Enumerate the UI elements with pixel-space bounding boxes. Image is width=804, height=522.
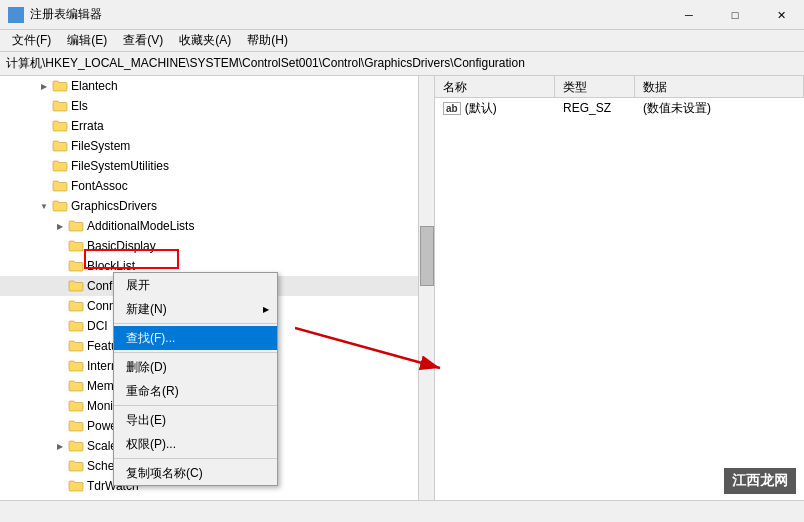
folder-icon bbox=[52, 179, 68, 193]
folder-icon bbox=[68, 299, 84, 313]
menu-bar: 文件(F)编辑(E)查看(V)收藏夹(A)帮助(H) bbox=[0, 30, 804, 52]
tree-expander bbox=[36, 178, 52, 194]
cell-type: REG_SZ bbox=[559, 101, 639, 115]
context-menu-item[interactable]: 复制项名称(C) bbox=[114, 461, 277, 485]
col-header-data: 数据 bbox=[635, 76, 804, 97]
folder-icon bbox=[52, 79, 68, 93]
tree-expander bbox=[52, 418, 68, 434]
tree-item[interactable]: Els bbox=[0, 96, 434, 116]
folder-icon bbox=[68, 459, 84, 473]
context-menu-item[interactable]: 重命名(R) bbox=[114, 379, 277, 403]
menu-item[interactable]: 帮助(H) bbox=[239, 30, 296, 51]
menu-item[interactable]: 编辑(E) bbox=[59, 30, 115, 51]
context-menu-item[interactable]: 导出(E) bbox=[114, 408, 277, 432]
context-menu-item[interactable]: 展开 bbox=[114, 273, 277, 297]
minimize-button[interactable]: ─ bbox=[666, 0, 712, 30]
app-title: 注册表编辑器 bbox=[30, 6, 102, 23]
tree-item[interactable]: ▼ GraphicsDrivers bbox=[0, 196, 434, 216]
folder-icon bbox=[68, 339, 84, 353]
tree-expander bbox=[36, 118, 52, 134]
right-panel: 名称 类型 数据 ab(默认)REG_SZ(数值未设置) bbox=[435, 76, 804, 500]
tree-item[interactable]: FileSystemUtilities bbox=[0, 156, 434, 176]
tree-expander: ▶ bbox=[52, 438, 68, 454]
tree-expander bbox=[52, 358, 68, 374]
context-menu-item[interactable]: 查找(F)... bbox=[114, 326, 277, 350]
tree-item-label: FileSystem bbox=[71, 139, 130, 153]
svg-rect-1 bbox=[17, 9, 22, 14]
folder-icon bbox=[52, 99, 68, 113]
context-menu-separator bbox=[114, 458, 277, 459]
title-bar: 注册表编辑器 ─ □ ✕ bbox=[0, 0, 804, 30]
folder-icon bbox=[68, 219, 84, 233]
tree-item-label: GraphicsDrivers bbox=[71, 199, 157, 213]
svg-rect-3 bbox=[17, 16, 22, 21]
tree-expander: ▶ bbox=[36, 78, 52, 94]
tree-scrollbar[interactable] bbox=[418, 76, 434, 500]
col-header-name: 名称 bbox=[435, 76, 555, 97]
context-menu-separator bbox=[114, 352, 277, 353]
context-menu-item[interactable]: 删除(D) bbox=[114, 355, 277, 379]
folder-icon bbox=[68, 479, 84, 493]
menu-item[interactable]: 查看(V) bbox=[115, 30, 171, 51]
tree-expander bbox=[52, 318, 68, 334]
tree-item[interactable]: ▶ AdditionalModeLists bbox=[0, 216, 434, 236]
tree-item-label: BlockList bbox=[87, 259, 135, 273]
table-row[interactable]: ab(默认)REG_SZ(数值未设置) bbox=[435, 98, 804, 118]
folder-icon bbox=[68, 399, 84, 413]
svg-rect-2 bbox=[10, 16, 15, 21]
tree-item[interactable]: BasicDisplay bbox=[0, 236, 434, 256]
status-bar bbox=[0, 500, 804, 522]
folder-icon bbox=[68, 279, 84, 293]
folder-icon bbox=[68, 439, 84, 453]
window-controls: ─ □ ✕ bbox=[666, 0, 804, 30]
tree-item[interactable]: Errata bbox=[0, 116, 434, 136]
folder-icon bbox=[68, 319, 84, 333]
folder-icon bbox=[68, 379, 84, 393]
folder-icon bbox=[68, 359, 84, 373]
folder-icon bbox=[52, 199, 68, 213]
app-icon bbox=[8, 7, 24, 23]
cell-data: (数值未设置) bbox=[639, 100, 800, 117]
tree-expander bbox=[52, 278, 68, 294]
tree-expander bbox=[36, 98, 52, 114]
context-menu-separator bbox=[114, 323, 277, 324]
tree-expander bbox=[52, 298, 68, 314]
context-menu: 展开新建(N)查找(F)...删除(D)重命名(R)导出(E)权限(P)...复… bbox=[113, 272, 278, 486]
tree-expander bbox=[52, 478, 68, 494]
cell-name: ab(默认) bbox=[439, 100, 559, 117]
tree-item-label: BasicDisplay bbox=[87, 239, 156, 253]
address-path: 计算机\HKEY_LOCAL_MACHINE\SYSTEM\ControlSet… bbox=[6, 55, 525, 72]
context-menu-separator bbox=[114, 405, 277, 406]
context-menu-item[interactable]: 权限(P)... bbox=[114, 432, 277, 456]
tree-item[interactable]: ▶ Elantech bbox=[0, 76, 434, 96]
tree-expander bbox=[36, 158, 52, 174]
right-panel-header: 名称 类型 数据 bbox=[435, 76, 804, 98]
watermark: 江西龙网 bbox=[724, 468, 796, 494]
folder-icon bbox=[52, 159, 68, 173]
maximize-button[interactable]: □ bbox=[712, 0, 758, 30]
folder-icon bbox=[68, 419, 84, 433]
tree-expander bbox=[52, 458, 68, 474]
menu-item[interactable]: 文件(F) bbox=[4, 30, 59, 51]
tree-item-label: Errata bbox=[71, 119, 104, 133]
menu-item[interactable]: 收藏夹(A) bbox=[171, 30, 239, 51]
folder-icon bbox=[52, 139, 68, 153]
tree-item-label: DCI bbox=[87, 319, 108, 333]
tree-item[interactable]: FontAssoc bbox=[0, 176, 434, 196]
tree-item-label: FileSystemUtilities bbox=[71, 159, 169, 173]
tree-item[interactable]: FileSystem bbox=[0, 136, 434, 156]
tree-expander bbox=[52, 378, 68, 394]
folder-icon bbox=[68, 239, 84, 253]
tree-expander: ▶ bbox=[52, 218, 68, 234]
tree-expander bbox=[52, 238, 68, 254]
folder-icon bbox=[52, 119, 68, 133]
tree-expander bbox=[52, 398, 68, 414]
address-bar: 计算机\HKEY_LOCAL_MACHINE\SYSTEM\ControlSet… bbox=[0, 52, 804, 76]
col-header-type: 类型 bbox=[555, 76, 635, 97]
scrollbar-thumb[interactable] bbox=[420, 226, 434, 286]
close-button[interactable]: ✕ bbox=[758, 0, 804, 30]
tree-expander: ▼ bbox=[36, 198, 52, 214]
tree-item-label: Elantech bbox=[71, 79, 118, 93]
context-menu-item[interactable]: 新建(N) bbox=[114, 297, 277, 321]
tree-item-label: FontAssoc bbox=[71, 179, 128, 193]
